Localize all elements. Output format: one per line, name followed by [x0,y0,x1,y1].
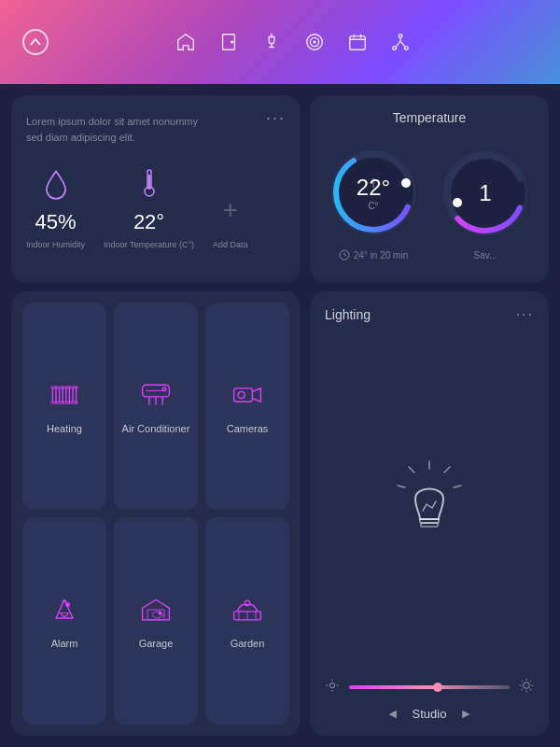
brightness-low-icon [325,678,340,697]
svg-point-21 [453,198,462,207]
garage-icon [139,593,173,630]
device-garden[interactable]: Garden [205,517,289,725]
brightness-slider[interactable] [349,685,510,689]
ac-icon [139,378,173,416]
humidity-stat: 45% Indoor Humidity [26,167,85,249]
svg-rect-38 [234,388,253,402]
svg-point-61 [524,683,530,689]
gauge2: 1 [434,142,537,245]
svg-point-39 [238,391,245,398]
room-name: Studio [413,707,447,721]
garage-label: Garage [139,638,174,649]
svg-line-67 [530,689,531,690]
gauge1-center: 22° C° [357,175,390,211]
lighting-header: Lighting ··· [325,306,534,323]
header [0,0,560,84]
cameras-label: Cameras [227,423,269,434]
info-description: Lorem ipsum dolor sit amet nonummy sed d… [26,114,213,145]
info-card-menu[interactable]: ··· [266,108,286,128]
gauge1-wrapper: | 22° C° 24° in 20 min [322,141,425,261]
add-data-item[interactable]: + Add Data [213,195,248,249]
svg-point-56 [329,683,334,687]
gauge2-sub: Sav... [474,250,497,261]
devices-card: Heating Air Conditioner [11,291,301,736]
svg-point-37 [162,388,166,391]
brightness-high-icon [519,678,534,697]
nav-calendar-icon[interactable] [347,32,368,52]
svg-point-15 [401,178,411,188]
nav-network-icon[interactable] [390,32,411,52]
svg-point-6 [399,35,402,38]
main-content: ··· Lorem ipsum dolor sit amet nonummy s… [0,84,560,747]
device-cameras[interactable]: Cameras [205,303,289,510]
brightness-thumb [433,683,442,692]
garden-icon [231,593,264,630]
room-nav: ◄ Studio ► [325,706,534,721]
nav-target-icon[interactable] [304,32,325,52]
add-label: Add Data [213,240,248,249]
indoor-temp-value: 22° [133,210,164,234]
info-card: ··· Lorem ipsum dolor sit amet nonummy s… [11,95,301,282]
humidity-label: Indoor Humidity [26,240,85,249]
alarm-label: Alarm [51,638,78,649]
humidity-value: 45% [35,210,76,234]
svg-line-66 [522,681,523,682]
humidity-icon [43,167,69,204]
heating-label: Heating [47,423,82,434]
gauge2-value: 1 [479,180,491,206]
svg-line-53 [409,467,414,472]
svg-line-52 [398,486,405,487]
temperature-title: Temperature [325,110,534,125]
device-ac[interactable]: Air Conditioner [114,303,198,510]
header-nav [175,32,411,52]
room-prev-button[interactable]: ◄ [386,706,399,721]
svg-line-51 [454,486,461,487]
gauge1-sub: 24° in 20 min [339,249,408,261]
svg-line-69 [522,689,523,690]
bulb-icon [392,459,467,543]
gauge2-wrapper: 1 Sav... [434,142,537,261]
camera-icon [231,378,264,416]
svg-rect-5 [350,36,366,50]
svg-point-4 [314,41,315,43]
nav-plug-icon[interactable] [261,32,282,52]
header-left [22,29,49,55]
gauge1-unit: C° [357,201,390,211]
garden-label: Garden [231,638,265,649]
svg-point-1 [231,41,233,43]
ac-label: Air Conditioner [122,423,190,434]
lighting-title: Lighting [325,307,371,322]
alarm-icon [48,593,81,630]
gauge2-center: 1 [479,180,491,206]
indoor-temp-label: Indoor Temperature (C°) [104,240,194,249]
svg-point-43 [159,612,161,614]
svg-rect-31 [51,402,78,403]
thermometer-icon [136,167,162,204]
device-alarm[interactable]: Alarm [22,517,106,725]
svg-line-68 [530,681,531,682]
svg-line-50 [444,467,450,472]
logo [22,29,49,55]
heating-icon [48,378,81,416]
info-stats: 45% Indoor Humidity 22° Indoor Temperatu… [26,167,286,249]
brightness-row [325,678,534,697]
device-garage[interactable]: Garage [114,517,198,725]
svg-rect-30 [51,387,78,388]
bulb-area [325,332,534,670]
nav-door-icon[interactable] [218,32,239,52]
device-heating[interactable]: Heating [22,303,106,510]
gauge1: | 22° C° [322,141,425,244]
nav-home-icon[interactable] [175,32,196,52]
svg-point-7 [393,47,397,50]
indoor-temp-stat: 22° Indoor Temperature (C°) [104,167,194,249]
lighting-card: Lighting ··· [310,291,549,736]
gauge1-value: 22° [357,175,390,201]
add-icon: + [223,195,238,234]
svg-rect-55 [421,523,438,527]
lighting-menu[interactable]: ··· [516,306,534,323]
svg-point-8 [405,47,409,50]
temperature-card: Temperature [310,95,549,282]
temp-gauges: | 22° C° 24° in 20 min [325,134,534,267]
svg-point-40 [66,603,70,607]
room-next-button[interactable]: ► [459,706,472,721]
